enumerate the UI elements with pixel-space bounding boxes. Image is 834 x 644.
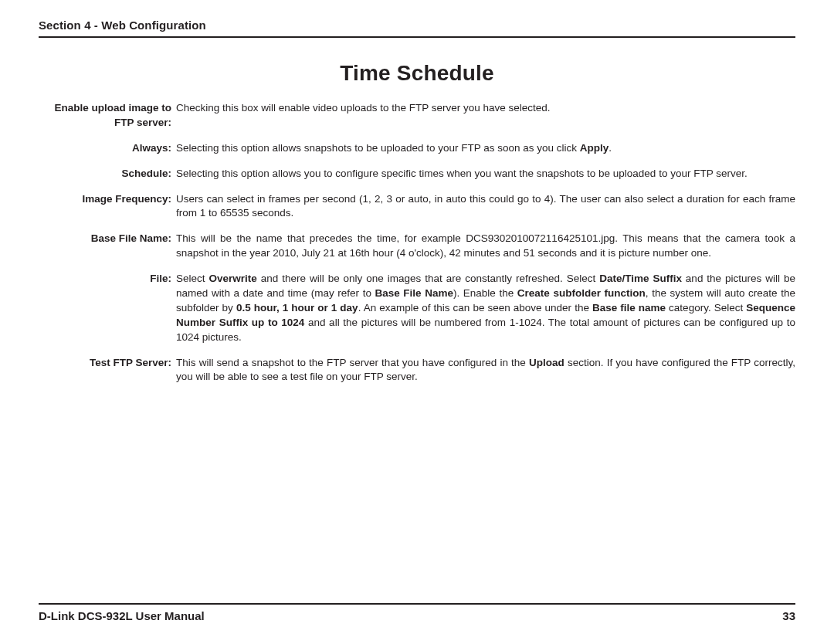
bold-interval: 0.5 hour, 1 hour or 1 day bbox=[236, 302, 358, 314]
desc: Users can select in frames per second (1… bbox=[176, 192, 795, 222]
term: Image Frequency: bbox=[39, 192, 171, 222]
desc: Selecting this option allows you to conf… bbox=[176, 167, 795, 181]
bold-base-file-name-2: Base file name bbox=[592, 302, 666, 314]
desc: Select Overwrite and there will be only … bbox=[176, 272, 795, 344]
row-file: File: Select Overwrite and there will be… bbox=[39, 272, 795, 344]
bold-create-subfolder: Create subfolder function bbox=[517, 287, 646, 299]
bold-datetime-suffix: Date/Time Suffix bbox=[599, 273, 682, 284]
bold-base-file-name: Base File Name bbox=[375, 287, 454, 299]
text: ). Enable the bbox=[453, 287, 517, 299]
desc: This will be the name that precedes the … bbox=[176, 232, 795, 261]
term: Test FTP Server: bbox=[39, 356, 171, 385]
page-title: Time Schedule bbox=[39, 61, 795, 86]
row-base-file-name: Base File Name: This will be the name th… bbox=[39, 232, 795, 261]
row-always: Always: Selecting this option allows sna… bbox=[39, 141, 795, 156]
page-number: 33 bbox=[782, 609, 795, 622]
bold-overwrite: Overwrite bbox=[208, 273, 256, 284]
footer-left: D-Link DCS-932L User Manual bbox=[39, 609, 205, 622]
text: category. Select bbox=[666, 302, 746, 314]
term-line2: FTP server: bbox=[114, 117, 171, 128]
text: Select bbox=[176, 273, 208, 284]
bold-apply: Apply bbox=[580, 142, 609, 154]
section-header: Section 4 - Web Configuration bbox=[39, 19, 795, 38]
desc: Selecting this option allows snapshots t… bbox=[176, 141, 795, 156]
term-line1: Enable upload image to bbox=[54, 102, 171, 114]
text: . An example of this can be seen above u… bbox=[358, 302, 592, 314]
term: Enable upload image to FTP server: bbox=[39, 101, 171, 130]
page-footer: D-Link DCS-932L User Manual 33 bbox=[39, 603, 795, 622]
desc: This will send a snapshot to the FTP ser… bbox=[176, 356, 795, 385]
bold-upload: Upload bbox=[529, 357, 564, 368]
row-enable-upload: Enable upload image to FTP server: Check… bbox=[39, 101, 795, 130]
text: Selecting this option allows snapshots t… bbox=[176, 142, 580, 154]
row-schedule: Schedule: Selecting this option allows y… bbox=[39, 167, 795, 181]
term: Always: bbox=[39, 141, 171, 156]
row-image-frequency: Image Frequency: Users can select in fra… bbox=[39, 192, 795, 222]
term: Base File Name: bbox=[39, 232, 171, 261]
text: . bbox=[609, 142, 612, 154]
definition-list: Enable upload image to FTP server: Check… bbox=[39, 101, 795, 385]
term: File: bbox=[39, 272, 171, 344]
desc: Checking this box will enable video uplo… bbox=[176, 101, 795, 130]
text: and there will be only one images that a… bbox=[257, 273, 599, 284]
term: Schedule: bbox=[39, 167, 171, 181]
row-test-ftp: Test FTP Server: This will send a snapsh… bbox=[39, 356, 795, 385]
text: This will send a snapshot to the FTP ser… bbox=[176, 357, 529, 368]
